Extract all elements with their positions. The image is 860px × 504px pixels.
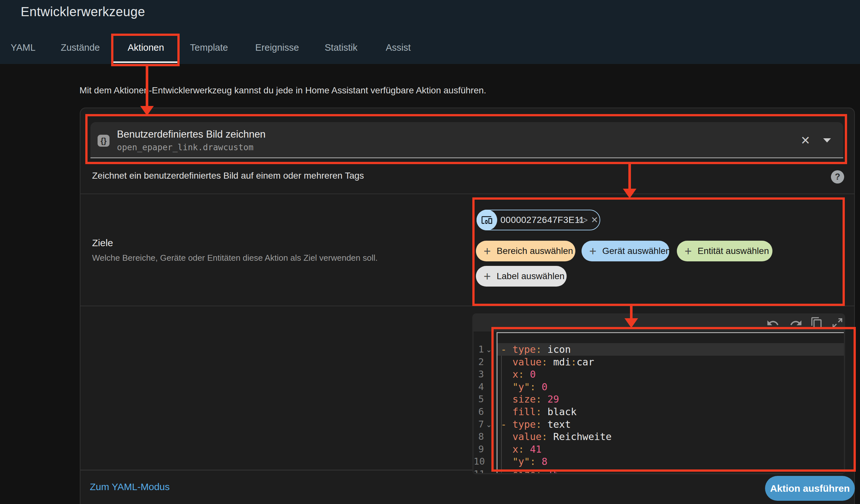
- service-id: open_epaper_link.drawcustom: [117, 143, 254, 152]
- code-line: - type: icon: [501, 343, 571, 356]
- help-icon[interactable]: ?: [831, 170, 844, 184]
- chip-label: Gerät auswählen: [602, 246, 671, 256]
- add-area-button[interactable]: +Bereich auswählen: [476, 241, 575, 261]
- service-picker-field[interactable]: [90, 122, 843, 158]
- tab-zustaende[interactable]: Zustände: [61, 42, 100, 53]
- tab-ereignisse[interactable]: Ereignisse: [255, 42, 299, 53]
- device-id: 00000272647F3E11: [500, 210, 585, 230]
- run-action-button[interactable]: Aktion ausführen: [765, 476, 855, 501]
- service-description: Zeichnet ein benutzerdefiniertes Bild au…: [92, 171, 364, 181]
- line-number: 9: [474, 443, 484, 456]
- intro-text: Mit dem Aktionen-Entwicklerwerkzeug kann…: [80, 85, 486, 96]
- code-line: x: 0: [501, 368, 536, 380]
- redo-icon[interactable]: [790, 317, 802, 330]
- selected-device-chip[interactable]: 00000272647F3E11 <> ✕: [476, 210, 600, 230]
- annotation-arrow-2-line: [628, 164, 631, 189]
- code-line: size: 15: [501, 468, 559, 473]
- annotation-arrow-3-head: [625, 318, 638, 328]
- editor-outline-top: [497, 332, 844, 333]
- clear-service-icon[interactable]: ✕: [801, 134, 810, 147]
- devices-icon: [476, 210, 497, 230]
- yaml-code-editor[interactable]: 1⌄234567⌄891011 - type: icon value: mdi:…: [474, 331, 844, 473]
- line-number: 10: [474, 455, 484, 468]
- chip-label: Label auswählen: [497, 271, 564, 282]
- plus-icon: +: [484, 270, 491, 282]
- active-tab-underline: [113, 61, 177, 63]
- add-device-button[interactable]: +Gerät auswählen: [582, 241, 669, 261]
- tab-assist[interactable]: Assist: [386, 42, 411, 53]
- yaml-mode-link[interactable]: Zum YAML-Modus: [90, 481, 170, 492]
- targets-heading: Ziele: [92, 237, 113, 248]
- section-divider: [81, 306, 854, 306]
- line-number: 3: [474, 368, 484, 380]
- code-line: size: 29: [501, 393, 559, 405]
- chip-label: Bereich auswählen: [497, 246, 573, 256]
- code-line: x: 41: [501, 443, 542, 456]
- copy-icon[interactable]: [810, 317, 823, 330]
- code-line: - type: text: [501, 418, 571, 431]
- code-line: "y": 0: [501, 380, 548, 393]
- annotation-arrow-2-head: [623, 189, 636, 198]
- service-name: Benutzerdefiniertes Bild zeichnen: [117, 129, 266, 140]
- plus-icon: +: [685, 245, 692, 257]
- line-number: 2: [474, 356, 484, 368]
- line-number: 8: [474, 430, 484, 443]
- section-divider: [81, 193, 854, 194]
- line-number: 4: [474, 380, 484, 393]
- fullscreen-icon[interactable]: [831, 317, 844, 330]
- line-number: 5: [474, 393, 484, 405]
- code-brackets-icon[interactable]: <>: [577, 210, 589, 230]
- remove-device-icon[interactable]: ✕: [591, 210, 598, 230]
- page-title: Entwicklerwerkzeuge: [21, 4, 145, 19]
- add-label-button[interactable]: +Label auswählen: [476, 266, 567, 287]
- tab-template[interactable]: Template: [190, 42, 228, 53]
- line-number: 7: [474, 418, 484, 431]
- code-line: fill: black: [501, 405, 577, 418]
- tab-yaml[interactable]: YAML: [11, 42, 35, 53]
- add-entity-button[interactable]: +Entität auswählen: [677, 241, 772, 261]
- chip-label: Entität auswählen: [698, 246, 769, 256]
- tab-aktionen[interactable]: Aktionen: [128, 42, 164, 53]
- line-number: 11: [474, 468, 484, 473]
- plus-icon: +: [589, 245, 597, 257]
- fold-chevron-icon[interactable]: ⌄: [486, 343, 494, 356]
- run-action-label: Aktion ausführen: [770, 483, 850, 494]
- code-line: "y": 8: [501, 455, 548, 468]
- targets-description: Welche Bereiche, Geräte oder Entitäten d…: [92, 253, 378, 263]
- code-line: value: mdi:car: [501, 356, 594, 368]
- plus-icon: +: [484, 245, 491, 257]
- code-line: value: Reichweite: [501, 430, 612, 443]
- annotation-arrow-3-line: [630, 306, 633, 318]
- line-number: 6: [474, 405, 484, 418]
- developer-tools-screen: Entwicklerwerkzeuge YAMLZuständeAktionen…: [0, 0, 860, 504]
- annotation-arrow-1-line: [146, 66, 148, 106]
- service-braces-icon: {}: [98, 135, 110, 147]
- tab-statistik[interactable]: Statistik: [325, 42, 358, 53]
- annotation-arrow-1-head: [140, 106, 154, 116]
- line-number: 1: [474, 343, 484, 356]
- chevron-down-icon[interactable]: [823, 138, 831, 143]
- fold-chevron-icon[interactable]: ⌄: [486, 418, 494, 431]
- undo-icon[interactable]: [766, 317, 779, 330]
